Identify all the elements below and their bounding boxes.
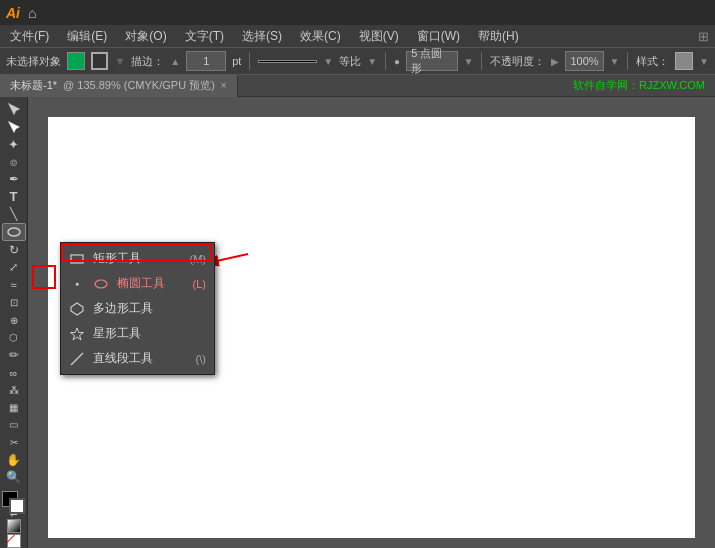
- no-selection-label: 未选择对象: [6, 54, 61, 69]
- equal-ratio-label: 等比: [339, 54, 361, 69]
- ctx-rect-tool[interactable]: 矩形工具 (M): [61, 246, 214, 271]
- menu-file[interactable]: 文件(F): [6, 26, 53, 47]
- magic-wand-tool[interactable]: ✦: [2, 136, 26, 152]
- line-tool[interactable]: ╲: [2, 206, 26, 222]
- menu-object[interactable]: 对象(O): [121, 26, 170, 47]
- points-bullet: ●: [394, 56, 400, 67]
- style-preview[interactable]: [675, 52, 693, 70]
- shape-builder-tool[interactable]: ⊕: [2, 312, 26, 328]
- gradient-button[interactable]: [7, 519, 21, 533]
- ctx-ellipse-shortcut: (L): [193, 278, 206, 290]
- style-dropdown[interactable]: ▼: [699, 56, 709, 67]
- warp-tool[interactable]: ≈: [2, 277, 26, 293]
- slice-tool[interactable]: ✂: [2, 434, 26, 450]
- separator-3: [481, 52, 482, 70]
- color-mode-buttons: [7, 519, 21, 548]
- menu-window[interactable]: 窗口(W): [413, 26, 464, 47]
- menu-bar: 文件(F) 编辑(E) 对象(O) 文字(T) 选择(S) 效果(C) 视图(V…: [0, 25, 715, 47]
- ctx-line-label: 直线段工具: [93, 350, 153, 367]
- separator-2: [385, 52, 386, 70]
- up-arrow-icon: ▲: [170, 56, 180, 67]
- layout-icon[interactable]: ⊞: [698, 29, 709, 44]
- zoom-tool[interactable]: 🔍: [2, 469, 26, 485]
- hand-tool[interactable]: ✋: [2, 452, 26, 468]
- separator-1: [249, 52, 250, 70]
- fill-color[interactable]: [67, 52, 85, 70]
- polygon-icon: [69, 301, 85, 317]
- selection-tool[interactable]: [2, 101, 26, 117]
- ctx-line-tool[interactable]: 直线段工具 (\): [61, 346, 214, 371]
- ai-logo: Ai: [6, 5, 20, 21]
- ctx-rect-shortcut: (M): [190, 253, 207, 265]
- none-button[interactable]: [7, 534, 21, 548]
- ctx-polygon-tool[interactable]: 多边形工具: [61, 296, 214, 321]
- options-bar: 未选择对象 ▼ 描边： ▲ pt ▼ 等比 ▼ ● 5 点圆形 ▼ 不透明度： …: [0, 47, 715, 75]
- opacity-dropdown[interactable]: ▼: [610, 56, 620, 67]
- stroke-label: 描边：: [131, 54, 164, 69]
- free-transform-tool[interactable]: ⊡: [2, 295, 26, 311]
- tool-context-menu[interactable]: 矩形工具 (M) ● 椭圆工具 (L) 多边形工具: [60, 242, 215, 375]
- points-selector[interactable]: 5 点圆形: [406, 51, 457, 71]
- stroke-unit: pt: [232, 55, 241, 67]
- svg-point-0: [8, 228, 20, 236]
- toolbar: ✦ ⌾ ✒ T ╲ ↻ ⤢ ≈ ⊡ ⊕ ⬡ ✏ ∞ ⁂ ▦ ▭ ✂: [0, 97, 28, 548]
- rotate-tool[interactable]: ↻: [2, 242, 26, 258]
- ellipse-tool[interactable]: [2, 223, 26, 241]
- menu-help[interactable]: 帮助(H): [474, 26, 523, 47]
- tab-bar: 未标题-1* @ 135.89% (CMYK/GPU 预览) × 软件自学网：R…: [0, 75, 715, 97]
- menu-select[interactable]: 选择(S): [238, 26, 286, 47]
- menu-effect[interactable]: 效果(C): [296, 26, 345, 47]
- line-segment-icon: [69, 351, 85, 367]
- pen-tool[interactable]: ✒: [2, 171, 26, 187]
- tab-info: @ 135.89% (CMYK/GPU 预览): [63, 78, 215, 93]
- ctx-star-label: 星形工具: [93, 325, 141, 342]
- menu-edit[interactable]: 编辑(E): [63, 26, 111, 47]
- direct-selection-tool[interactable]: [2, 118, 26, 134]
- separator-4: [627, 52, 628, 70]
- tab-close-button[interactable]: ×: [221, 80, 227, 91]
- home-icon[interactable]: ⌂: [28, 5, 36, 21]
- svg-marker-3: [71, 303, 83, 315]
- type-tool[interactable]: T: [2, 188, 26, 204]
- blend-tool[interactable]: ∞: [2, 364, 26, 380]
- eyedropper-tool[interactable]: ✏: [2, 347, 26, 363]
- fill-stroke-color-widget[interactable]: [2, 491, 26, 507]
- scale-tool[interactable]: ⤢: [2, 260, 26, 276]
- svg-point-2: [95, 280, 107, 288]
- document-tab[interactable]: 未标题-1* @ 135.89% (CMYK/GPU 预览) ×: [0, 75, 238, 97]
- tab-title: 未标题-1*: [10, 78, 57, 93]
- stroke-dropdown-icon[interactable]: ▼: [323, 56, 333, 67]
- star-icon: [69, 326, 85, 342]
- website-label: 软件自学网：RJZXW.COM: [573, 78, 715, 93]
- points-dropdown[interactable]: ▼: [464, 56, 474, 67]
- ctx-ellipse-tool[interactable]: ● 椭圆工具 (L): [61, 271, 214, 296]
- style-label: 样式：: [636, 54, 669, 69]
- column-graph-tool[interactable]: ▦: [2, 399, 26, 415]
- svg-rect-1: [71, 255, 83, 263]
- menu-type[interactable]: 文字(T): [181, 26, 228, 47]
- rect-icon: [69, 251, 85, 267]
- symbol-spray-tool[interactable]: ⁂: [2, 382, 26, 398]
- opacity-up-icon: ▶: [551, 56, 559, 67]
- menu-view[interactable]: 视图(V): [355, 26, 403, 47]
- equal-ratio-dropdown[interactable]: ▼: [367, 56, 377, 67]
- lasso-tool[interactable]: ⌾: [2, 153, 26, 169]
- svg-line-5: [71, 353, 83, 365]
- opacity-label: 不透明度：: [490, 54, 545, 69]
- ellipse-icon: [93, 276, 109, 292]
- perspective-tool[interactable]: ⬡: [2, 329, 26, 345]
- ctx-star-tool[interactable]: 星形工具: [61, 321, 214, 346]
- active-bullet: ●: [69, 276, 85, 292]
- opacity-value[interactable]: 100%: [565, 51, 603, 71]
- ctx-line-shortcut: (\): [196, 353, 206, 365]
- ctx-polygon-label: 多边形工具: [93, 300, 153, 317]
- title-bar: Ai ⌂: [0, 0, 715, 25]
- background-color[interactable]: [9, 498, 25, 514]
- ctx-ellipse-label: 椭圆工具: [117, 275, 165, 292]
- ctx-rect-label: 矩形工具: [93, 250, 141, 267]
- artboard-tool[interactable]: ▭: [2, 417, 26, 433]
- stroke-color[interactable]: [91, 52, 109, 70]
- stroke-line-preview: [258, 60, 317, 63]
- stroke-value[interactable]: [186, 51, 226, 71]
- main-area: ✦ ⌾ ✒ T ╲ ↻ ⤢ ≈ ⊡ ⊕ ⬡ ✏ ∞ ⁂ ▦ ▭ ✂: [0, 97, 715, 548]
